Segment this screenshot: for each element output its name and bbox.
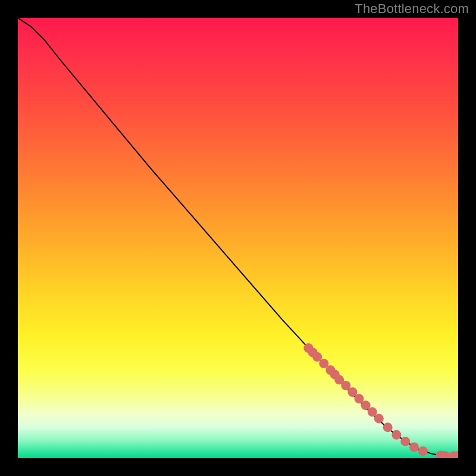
data-marker <box>400 437 410 446</box>
attribution-text: TheBottleneck.com <box>355 1 469 17</box>
chart-frame: TheBottleneck.com <box>0 0 476 476</box>
data-marker <box>418 446 428 456</box>
data-marker <box>409 443 419 452</box>
chart-svg <box>18 18 458 458</box>
plot-area <box>18 18 458 458</box>
data-marker <box>383 422 393 432</box>
data-marker <box>392 430 401 440</box>
data-marker <box>374 414 384 423</box>
gradient-background <box>18 18 458 458</box>
